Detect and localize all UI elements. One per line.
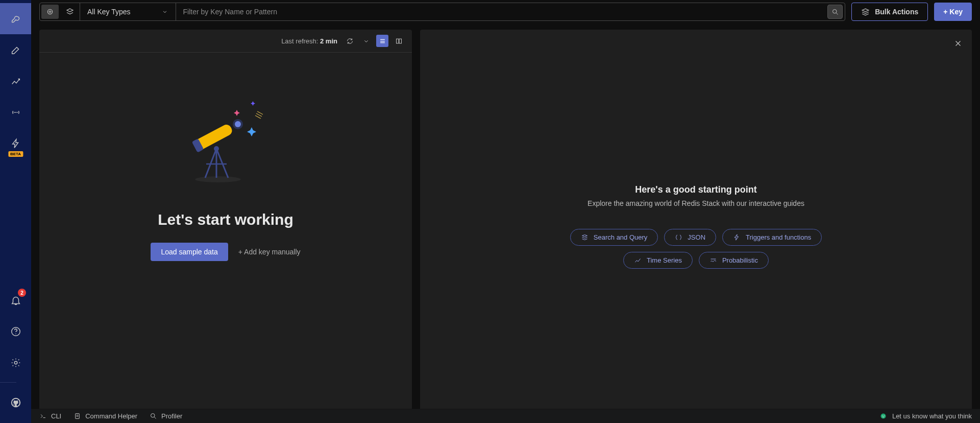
guide-search-query[interactable]: Search and Query (570, 229, 658, 246)
search-icon (831, 8, 839, 16)
sidebar-item-keys[interactable] (0, 3, 31, 34)
gear-icon (10, 357, 21, 368)
keys-panel-header: Last refresh: 2 min (39, 30, 412, 53)
svg-point-13 (235, 121, 241, 127)
notification-badge: 2 (18, 289, 26, 297)
guides-list: Search and Query JSON Triggers and funct… (564, 229, 829, 269)
sidebar-item-notifications[interactable]: 2 (0, 285, 31, 316)
scan-icon (46, 8, 54, 16)
feedback-icon (879, 412, 887, 420)
svg-rect-7 (396, 39, 398, 43)
svg-point-2 (15, 333, 16, 334)
search-button[interactable] (827, 5, 843, 19)
footer-profiler[interactable]: Profiler (150, 412, 182, 420)
main: All Key Types Bulk Actions + Key (31, 0, 980, 423)
list-icon (379, 37, 386, 45)
sidebar-divider (0, 382, 16, 383)
refresh-icon (346, 37, 354, 45)
github-icon (10, 397, 21, 408)
edit-icon (10, 44, 21, 56)
empty-title: Let's start working (158, 211, 293, 228)
bulk-actions-label: Bulk Actions (875, 8, 918, 16)
probabilistic-icon (709, 256, 717, 264)
footer-cli[interactable]: CLI (39, 412, 61, 420)
footer: CLI Command Helper Profiler Let us know … (31, 409, 980, 423)
add-key-manually-link[interactable]: + Add key manually (238, 248, 301, 256)
footer-feedback[interactable]: Let us know what you think (879, 412, 972, 420)
close-icon (953, 39, 963, 48)
guide-timeseries[interactable]: Time Series (623, 252, 693, 269)
sidebar-item-triggers[interactable]: BETA (0, 128, 31, 159)
footer-command-helper[interactable]: Command Helper (74, 412, 137, 420)
sidebar-item-workbench[interactable] (0, 34, 31, 65)
add-key-label: + Key (943, 8, 963, 16)
svg-point-0 (15, 111, 16, 112)
toolbar: All Key Types Bulk Actions + Key (31, 0, 980, 24)
refresh-menu-button[interactable] (360, 35, 372, 47)
guides-subtitle: Explore the amazing world of Redis Stack… (587, 199, 804, 207)
svg-point-18 (882, 415, 883, 416)
key-type-select[interactable]: All Key Types (80, 3, 176, 20)
svg-point-16 (151, 414, 155, 418)
svg-point-6 (832, 9, 837, 13)
json-icon (675, 233, 682, 241)
refresh-label: Last refresh: 2 min (281, 37, 337, 45)
lightning-icon (10, 138, 21, 149)
sidebar-item-analytics[interactable] (0, 65, 31, 97)
layers-icon (65, 7, 75, 16)
sidebar-item-github[interactable] (0, 387, 31, 418)
guide-json[interactable]: JSON (664, 229, 716, 246)
add-key-button[interactable]: + Key (934, 3, 972, 21)
svg-rect-8 (399, 39, 401, 43)
close-button[interactable] (953, 39, 963, 50)
document-icon (74, 412, 81, 420)
bulk-actions-button[interactable]: Bulk Actions (851, 3, 928, 21)
terminal-icon (39, 412, 47, 420)
svg-point-14 (214, 146, 219, 151)
timeseries-icon (634, 256, 642, 264)
guide-probabilistic[interactable]: Probabilistic (699, 252, 769, 269)
svg-point-19 (884, 415, 884, 416)
key-type-label: All Key Types (87, 8, 131, 16)
keys-panel: Last refresh: 2 min (39, 30, 412, 423)
search-stack-icon (581, 233, 589, 241)
chevron-down-icon (362, 37, 370, 45)
columns-icon (395, 37, 403, 45)
sidebar-item-help[interactable] (0, 316, 31, 347)
broadcast-icon (10, 107, 21, 118)
telescope-illustration (175, 93, 277, 196)
load-sample-button[interactable]: Load sample data (151, 243, 228, 261)
filter-row: All Key Types (39, 3, 845, 21)
sidebar-item-settings[interactable] (0, 347, 31, 378)
lightning-icon (733, 233, 741, 241)
svg-point-3 (14, 361, 17, 364)
sidebar-item-pubsub[interactable] (0, 97, 31, 128)
svg-point-17 (880, 414, 886, 419)
guides-title: Here's a good starting point (635, 184, 756, 195)
content: Last refresh: 2 min (31, 24, 980, 423)
filter-scan-button[interactable] (41, 5, 59, 19)
svg-point-9 (195, 176, 241, 182)
guide-triggers[interactable]: Triggers and functions (722, 229, 822, 246)
filter-exact-button[interactable] (60, 3, 80, 20)
key-icon (10, 13, 21, 25)
guides-panel: Here's a good starting point Explore the… (420, 30, 972, 423)
chevron-down-icon (161, 8, 168, 15)
beta-badge: BETA (8, 151, 23, 157)
refresh-button[interactable] (344, 35, 356, 47)
stack-icon (861, 8, 870, 16)
profiler-icon (150, 412, 157, 420)
filter-input[interactable] (176, 3, 828, 20)
chart-icon (10, 76, 21, 87)
empty-state: Let's start working Load sample data + A… (39, 53, 412, 423)
svg-rect-15 (76, 414, 80, 419)
view-list-button[interactable] (376, 35, 388, 47)
sidebar: BETA 2 (0, 0, 31, 423)
view-columns-button[interactable] (393, 35, 405, 47)
help-icon (10, 326, 21, 337)
